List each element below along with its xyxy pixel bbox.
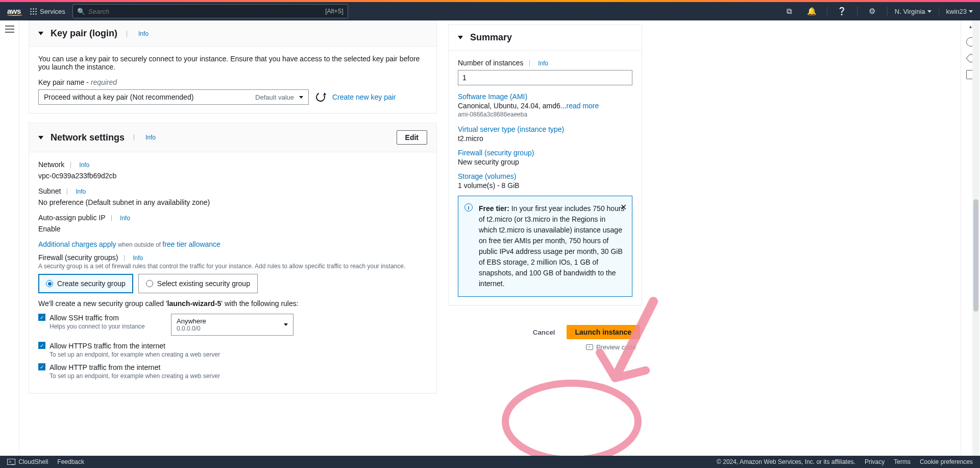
sg-create-option[interactable]: Create security group (38, 274, 133, 293)
instance-type-label[interactable]: Virtual server type (instance type) (458, 125, 632, 133)
storage-label[interactable]: Storage (volumes) (458, 172, 632, 180)
code-icon (586, 344, 593, 350)
ssh-source-label: Anywhere (177, 317, 206, 325)
https-sublabel: To set up an endpoint, for example when … (50, 351, 220, 358)
keypair-select[interactable]: Proceed without a key pair (Not recommen… (38, 89, 309, 105)
sg-create-label: Create security group (57, 279, 126, 288)
feedback-link[interactable]: Feedback (57, 458, 84, 465)
network-value: vpc-0c939a233fb69d2cb (38, 172, 427, 180)
cancel-button[interactable]: Cancel (533, 329, 555, 336)
additional-charges-link[interactable]: Additional charges apply (38, 240, 116, 248)
summary-panel: Summary Number of instances Info Softwar… (448, 25, 642, 306)
charges-mid-text: when outside of (116, 241, 163, 248)
help-icon[interactable]: ❔ (835, 7, 850, 16)
ssh-source-cidr: 0.0.0.0/0 (177, 325, 206, 332)
firewall-info-link[interactable]: Info (133, 254, 143, 262)
subnet-value: No preference (Default subnet in any ava… (38, 198, 427, 206)
search-input[interactable] (88, 8, 322, 15)
refresh-icon[interactable] (314, 91, 326, 103)
ssh-checkbox[interactable] (38, 314, 45, 321)
radio-icon (146, 280, 153, 287)
cloudshell-icon: >_ (7, 459, 15, 465)
network-info-link2[interactable]: Info (79, 161, 89, 169)
autoip-info-link[interactable]: Info (120, 215, 130, 222)
firewall-label: Firewall (security groups) (38, 253, 118, 262)
keypair-info-link[interactable]: Info (138, 30, 149, 37)
storage-value: 1 volume(s) - 8 GiB (458, 181, 632, 190)
caret-down-icon (299, 96, 303, 99)
network-label: Network (38, 160, 64, 169)
summary-actions: Cancel Launch instance (448, 315, 642, 343)
global-search[interactable]: 🔍 [Alt+S] (72, 4, 348, 18)
aws-logo[interactable]: aws (7, 7, 22, 16)
collapse-toggle[interactable] (458, 36, 463, 39)
summary-firewall-label[interactable]: Firewall (security group) (458, 149, 632, 157)
terms-link[interactable]: Terms (894, 458, 911, 465)
global-nav: aws Services 🔍 [Alt+S] ⧉ 🔔 ❔ ⚙ N. Virgin… (0, 2, 980, 20)
keypair-title: Key pair (login) (51, 28, 117, 39)
cookie-prefs-link[interactable]: Cookie preferences (920, 458, 973, 465)
ami-id: ami-0866a3c8686eaeeba (458, 111, 632, 118)
region-selector[interactable]: N. Virginia (895, 8, 932, 15)
chevron-up-icon[interactable]: ▴ (969, 24, 972, 29)
radio-checked-icon (46, 280, 53, 287)
nav-toggle-icon[interactable] (5, 26, 14, 33)
launch-instance-button[interactable]: Launch instance (567, 325, 640, 339)
notifications-icon[interactable]: 🔔 (804, 7, 820, 16)
privacy-link[interactable]: Privacy (865, 458, 885, 465)
network-panel: Network settings Info Edit Network Info … (29, 123, 437, 393)
http-sublabel: To set up an endpoint, for example when … (50, 372, 220, 380)
num-instances-info[interactable]: Info (538, 60, 548, 67)
preview-code-row[interactable]: Preview code (448, 343, 642, 351)
ssh-label: Allow SSH traffic from (50, 314, 145, 322)
ami-label[interactable]: Software Image (AMI) (458, 92, 632, 101)
copyright-text: © 2024, Amazon Web Services, Inc. or its… (717, 458, 855, 465)
https-label: Allow HTTPS traffic from the internet (50, 342, 220, 350)
firewall-desc: A security group is a set of firewall ru… (38, 263, 427, 270)
ami-value: Canonical, Ubuntu, 24.04, amd6...read mo… (458, 102, 632, 110)
network-info-link[interactable]: Info (145, 134, 156, 141)
preview-code-label: Preview code (596, 343, 636, 351)
services-label: Services (40, 8, 65, 15)
sg-create-message: We'll create a new security group called… (38, 299, 427, 308)
ssh-source-select[interactable]: Anywhere 0.0.0.0/0 (171, 314, 293, 336)
grid-icon (30, 8, 37, 15)
subnet-label: Subnet (38, 187, 61, 195)
create-keypair-link[interactable]: Create new key pair (332, 93, 396, 101)
http-label: Allow HTTP traffic from the internet (50, 363, 220, 371)
num-instances-input[interactable] (458, 70, 632, 85)
keypair-select-value: Proceed without a key pair (Not recommen… (44, 93, 255, 101)
http-checkbox[interactable] (38, 363, 45, 370)
keypair-select-placeholder: Default value (255, 93, 294, 101)
services-menu[interactable]: Services (30, 8, 65, 15)
summary-firewall-value: New security group (458, 158, 632, 166)
close-icon[interactable]: ✕ (620, 201, 627, 214)
scrollbar-thumb[interactable] (973, 199, 978, 312)
collapse-toggle[interactable] (38, 136, 43, 139)
https-checkbox[interactable] (38, 342, 45, 349)
keypair-description: You can use a key pair to securely conne… (38, 55, 427, 71)
caret-down-icon (927, 10, 932, 13)
sg-select-option[interactable]: Select existing security group (138, 274, 258, 293)
collapse-toggle[interactable] (38, 32, 43, 35)
info-icon: i (464, 203, 473, 212)
account-menu[interactable]: kwin23 (946, 8, 973, 15)
cloudshell-button[interactable]: >_ CloudShell (7, 458, 48, 465)
search-icon: 🔍 (77, 8, 85, 15)
edit-button[interactable]: Edit (397, 130, 427, 145)
cloudshell-icon[interactable]: ⧉ (782, 7, 797, 16)
settings-icon[interactable]: ⚙ (865, 7, 880, 16)
free-tier-link[interactable]: free tier allowance (162, 240, 220, 248)
notice-title: Free tier: (479, 204, 509, 213)
instance-type-value: t2.micro (458, 134, 632, 143)
scrollbar-track[interactable] (972, 20, 979, 456)
subnet-info-link[interactable]: Info (76, 188, 86, 195)
notice-body: In your first year includes 750 hours of… (479, 204, 625, 288)
aws-logo-text: aws (7, 7, 21, 15)
keypair-panel: Key pair (login) Info You can use a key … (29, 20, 437, 113)
left-rail (0, 20, 19, 456)
caret-down-icon (969, 10, 973, 13)
read-more-link[interactable]: read more (566, 102, 599, 110)
ssh-sublabel: Helps you connect to your instance (50, 323, 145, 330)
free-tier-notice: i ✕ Free tier: In your first year includ… (458, 196, 632, 297)
